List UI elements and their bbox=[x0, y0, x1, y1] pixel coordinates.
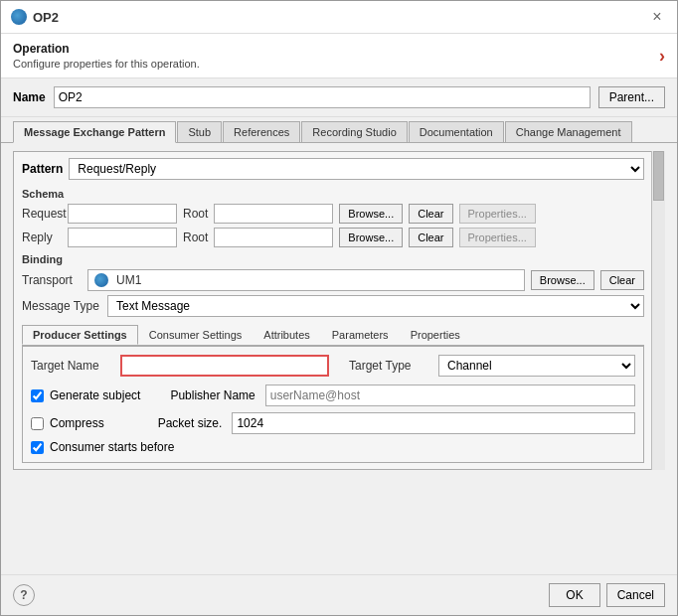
publisher-name-input[interactable] bbox=[265, 385, 635, 406]
tab-producer-settings[interactable]: Producer Settings bbox=[22, 325, 138, 345]
tab-attributes[interactable]: Attributes bbox=[253, 325, 320, 345]
transport-browse-button[interactable]: Browse... bbox=[531, 270, 594, 290]
packet-size-label: Packet size. bbox=[158, 416, 223, 430]
compress-row: Compress bbox=[31, 416, 104, 430]
help-button[interactable]: ? bbox=[13, 584, 35, 606]
msgtype-select-wrap: Text Message Binary Message XML Message bbox=[107, 295, 644, 317]
reply-root-input[interactable] bbox=[214, 228, 333, 247]
target-name-input[interactable] bbox=[120, 355, 329, 377]
header-subtitle: Configure properties for this operation. bbox=[13, 58, 200, 70]
header-title: Operation bbox=[13, 42, 200, 56]
chevron-right-icon[interactable]: › bbox=[659, 46, 665, 67]
target-type-select-wrap: Channel Queue Topic bbox=[438, 355, 635, 377]
pattern-select[interactable]: Request/Reply One-Way Notification bbox=[69, 158, 644, 180]
transport-input-wrap: UM1 bbox=[87, 269, 525, 291]
request-browse-button[interactable]: Browse... bbox=[339, 204, 403, 224]
main-content: Pattern Request/Reply One-Way Notificati… bbox=[1, 143, 677, 574]
reply-input[interactable] bbox=[68, 228, 177, 247]
reply-row: Reply Root Browse... Clear Properties... bbox=[22, 228, 644, 247]
reply-root-label: Root bbox=[183, 231, 208, 244]
name-label: Name bbox=[13, 90, 46, 104]
reply-browse-button[interactable]: Browse... bbox=[339, 228, 403, 247]
close-button[interactable]: × bbox=[647, 7, 667, 27]
tab-message-exchange-pattern[interactable]: Message Exchange Pattern bbox=[13, 121, 176, 143]
packet-size-input[interactable] bbox=[232, 412, 635, 434]
name-input[interactable] bbox=[54, 86, 591, 108]
transport-name: UM1 bbox=[116, 273, 141, 287]
inner-tabs: Producer Settings Consumer Settings Attr… bbox=[22, 325, 644, 346]
dialog-title: OP2 bbox=[33, 10, 59, 25]
consumer-starts-before-label: Consumer starts before bbox=[50, 440, 174, 454]
tab-parameters[interactable]: Parameters bbox=[321, 325, 400, 345]
dialog: OP2 × Operation Configure properties for… bbox=[0, 0, 678, 616]
producer-settings-panel: Target Name Target Type Channel Queue To… bbox=[22, 346, 644, 463]
compress-checkbox[interactable] bbox=[31, 417, 44, 430]
request-clear-button[interactable]: Clear bbox=[409, 204, 452, 224]
request-label: Request bbox=[22, 207, 62, 221]
ok-button[interactable]: OK bbox=[549, 583, 599, 607]
msgtype-label: Message Type bbox=[22, 299, 101, 313]
schema-label: Schema bbox=[22, 188, 644, 200]
transport-clear-button[interactable]: Clear bbox=[600, 270, 644, 290]
parent-button[interactable]: Parent... bbox=[598, 86, 665, 108]
gensubject-publisher-row: Generate subject Publisher Name bbox=[31, 385, 635, 406]
generate-subject-checkbox[interactable] bbox=[31, 389, 44, 402]
generate-subject-row: Generate subject bbox=[31, 388, 140, 402]
tab-stub[interactable]: Stub bbox=[177, 121, 222, 142]
scrollbar[interactable] bbox=[651, 151, 665, 470]
msgtype-select[interactable]: Text Message Binary Message XML Message bbox=[107, 295, 644, 317]
binding-label: Binding bbox=[22, 253, 644, 265]
tab-documentation[interactable]: Documentation bbox=[409, 121, 504, 142]
compress-label: Compress bbox=[50, 416, 104, 430]
transport-icon bbox=[94, 273, 108, 287]
compress-packetsize-row: Compress Packet size. bbox=[31, 412, 635, 434]
name-row: Name Parent... bbox=[1, 78, 677, 117]
title-bar-left: OP2 bbox=[11, 9, 59, 25]
reply-label: Reply bbox=[22, 231, 62, 244]
consumer-starts-before-checkbox[interactable] bbox=[31, 441, 44, 454]
tab-consumer-settings[interactable]: Consumer Settings bbox=[138, 325, 254, 345]
header-text-block: Operation Configure properties for this … bbox=[13, 42, 200, 70]
msgtype-row: Message Type Text Message Binary Message… bbox=[22, 295, 644, 317]
publisher-name-label: Publisher Name bbox=[170, 388, 254, 402]
outer-tabs: Message Exchange Pattern Stub References… bbox=[1, 117, 677, 143]
target-name-label: Target Name bbox=[31, 359, 110, 373]
tab-references[interactable]: References bbox=[223, 121, 300, 142]
request-row: Request Root Browse... Clear Properties.… bbox=[22, 204, 644, 224]
tab-recording-studio[interactable]: Recording Studio bbox=[301, 121, 407, 142]
reply-clear-button[interactable]: Clear bbox=[409, 228, 452, 247]
cancel-button[interactable]: Cancel bbox=[606, 583, 665, 607]
target-type-select[interactable]: Channel Queue Topic bbox=[438, 355, 635, 377]
request-root-input[interactable] bbox=[214, 204, 333, 224]
transport-label: Transport bbox=[22, 273, 82, 287]
target-type-label: Target Type bbox=[349, 359, 428, 373]
tab-properties[interactable]: Properties bbox=[400, 325, 471, 345]
consumer-starts-row: Consumer starts before bbox=[31, 440, 635, 454]
binding-section: Binding Transport UM1 Browse... Clear Me bbox=[22, 253, 644, 317]
header-info: Operation Configure properties for this … bbox=[1, 34, 677, 78]
scrollbar-thumb bbox=[653, 151, 664, 201]
title-bar: OP2 × bbox=[1, 1, 677, 34]
request-input[interactable] bbox=[68, 204, 177, 224]
reply-properties-button[interactable]: Properties... bbox=[459, 228, 536, 247]
main-panel: Pattern Request/Reply One-Way Notificati… bbox=[13, 151, 665, 470]
bottom-bar: ? OK Cancel bbox=[1, 574, 677, 615]
request-properties-button[interactable]: Properties... bbox=[459, 204, 536, 224]
pattern-label: Pattern bbox=[22, 162, 63, 176]
tab-change-management[interactable]: Change Management bbox=[505, 121, 632, 142]
target-row: Target Name Target Type Channel Queue To… bbox=[31, 355, 635, 377]
generate-subject-label: Generate subject bbox=[50, 388, 140, 402]
request-root-label: Root bbox=[183, 207, 208, 221]
schema-section: Schema Request Root Browse... Clear Prop… bbox=[22, 188, 644, 247]
app-icon bbox=[11, 9, 27, 25]
transport-row: Transport UM1 Browse... Clear bbox=[22, 269, 644, 291]
content-panel: Pattern Request/Reply One-Way Notificati… bbox=[13, 151, 665, 470]
pattern-row: Pattern Request/Reply One-Way Notificati… bbox=[22, 158, 644, 180]
pattern-select-wrap: Request/Reply One-Way Notification bbox=[69, 158, 644, 180]
